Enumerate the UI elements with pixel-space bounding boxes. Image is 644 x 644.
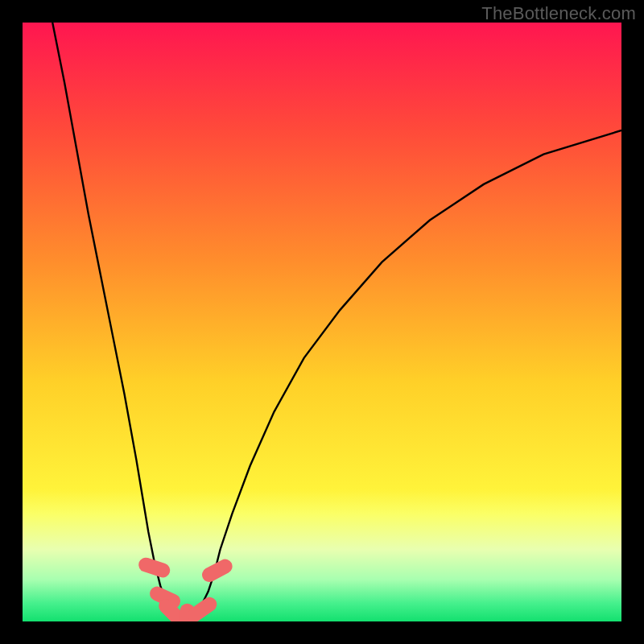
bottleneck-chart (23, 23, 621, 621)
chart-plot-area (23, 23, 621, 621)
gradient-background (23, 23, 621, 621)
watermark-text: TheBottleneck.com (481, 3, 636, 24)
chart-frame: TheBottleneck.com (0, 0, 644, 644)
